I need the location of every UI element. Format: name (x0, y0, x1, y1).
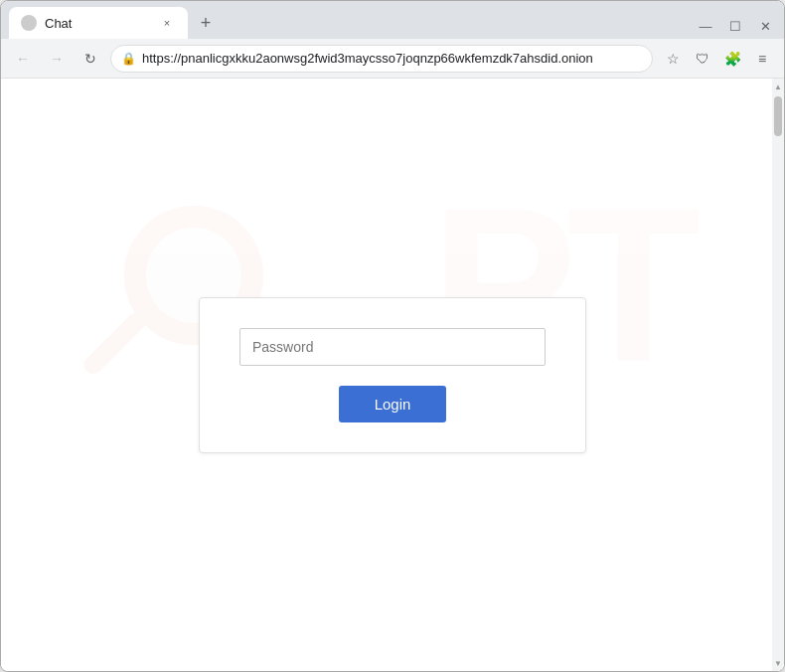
scroll-down-arrow[interactable]: ▼ (772, 655, 784, 671)
menu-button[interactable]: ≡ (748, 45, 776, 73)
page-content: PT Login ▲ ▼ (1, 79, 784, 671)
login-box: Login (199, 297, 586, 453)
back-button[interactable]: ← (9, 45, 37, 73)
extension-button[interactable]: 🧩 (718, 45, 746, 73)
minimize-button[interactable]: — (699, 19, 712, 33)
close-button[interactable]: ✕ (758, 19, 772, 33)
window-controls: — ☐ ✕ (699, 19, 772, 39)
lock-icon: 🔒 (121, 52, 136, 66)
maximize-button[interactable]: ☐ (728, 19, 742, 33)
scrollbar[interactable]: ▲ ▼ (772, 79, 784, 671)
tab-close-button[interactable]: × (158, 14, 176, 32)
nav-bar: ← → ↻ 🔒 https://pnanlicgxkku2aonwsg2fwid… (1, 39, 784, 79)
reload-button[interactable]: ↻ (77, 45, 104, 73)
browser-window: Chat × + — ☐ ✕ ← → ↻ 🔒 https://pnanlicgx… (0, 0, 785, 672)
tab-title: Chat (45, 16, 150, 31)
password-input[interactable] (239, 328, 546, 366)
active-tab[interactable]: Chat × (9, 7, 188, 39)
star-button[interactable]: ☆ (659, 45, 687, 73)
scroll-thumb[interactable] (774, 96, 782, 136)
scroll-up-arrow[interactable]: ▲ (772, 79, 784, 94)
tab-favicon (21, 15, 37, 31)
login-button[interactable]: Login (339, 386, 447, 422)
watermark-mag-handle (80, 309, 149, 378)
address-bar[interactable]: 🔒 https://pnanlicgxkku2aonwsg2fwid3maycs… (110, 45, 653, 73)
address-url: https://pnanlicgxkku2aonwsg2fwid3maycsso… (142, 51, 642, 66)
title-bar: Chat × + — ☐ ✕ (1, 1, 784, 39)
shield-button[interactable]: 🛡 (689, 45, 716, 73)
new-tab-button[interactable]: + (192, 9, 220, 37)
nav-actions: ☆ 🛡 🧩 ≡ (659, 45, 776, 73)
forward-button[interactable]: → (43, 45, 71, 73)
